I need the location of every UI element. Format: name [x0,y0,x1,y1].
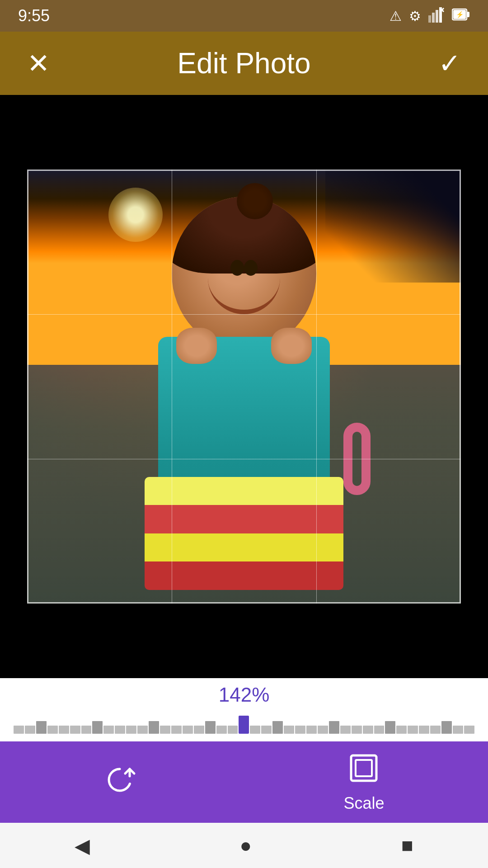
tick [81,726,92,734]
bag-handle [343,423,371,495]
confirm-button[interactable]: ✓ [434,43,465,84]
image-area [0,95,488,678]
tick-ruler[interactable] [0,713,488,736]
right-hand [271,328,312,364]
close-button[interactable]: ✕ [23,43,54,84]
bag [145,477,343,590]
tick [352,726,362,734]
tick [306,726,317,734]
top-bar: ✕ Edit Photo ✓ [0,32,488,95]
scale-percentage: 142% [219,684,270,706]
reset-button[interactable] [85,756,154,808]
tick [453,726,463,734]
tick [92,721,103,734]
svg-rect-0 [428,15,431,23]
tick [340,726,351,734]
tick [149,721,159,734]
battery-icon: ⚡ [452,6,470,26]
tick [126,726,136,734]
sky-dark [325,170,461,283]
tick [137,726,148,734]
scale-bar-area: 142% [0,678,488,741]
tick [205,721,216,734]
scale-label: Scale [343,794,384,813]
back-button[interactable]: ◀ [47,827,117,864]
tick [441,721,452,734]
scale-icon [347,752,380,789]
right-eye [230,260,244,276]
svg-rect-2 [436,10,438,23]
svg-text:⚡: ⚡ [456,11,464,19]
page-title: Edit Photo [177,47,310,80]
svg-rect-11 [356,760,372,776]
tick [363,726,373,734]
tick [194,726,204,734]
left-eye [244,260,258,276]
tick [36,721,47,734]
tick [374,726,385,734]
tick [385,721,395,734]
hands [149,328,339,373]
tick [25,726,35,734]
tick [228,726,238,734]
tick [295,726,305,734]
svg-rect-7 [467,12,469,17]
tick [59,726,69,734]
status-icons: ⚠ ⚙ ⚡ [389,6,470,26]
tick [14,726,24,734]
tick [115,726,125,734]
photo-container[interactable] [27,170,461,604]
tick [318,726,328,734]
left-hand [176,328,217,364]
signal-icon [428,6,445,26]
status-bar: 9:55 ⚠ ⚙ ⚡ [0,0,488,32]
tick [70,726,80,734]
tick [430,726,441,734]
tick [47,726,58,734]
settings-status-icon: ⚙ [409,8,421,24]
tick [272,721,283,734]
recent-button[interactable]: ■ [374,827,441,864]
tick-track [9,716,479,734]
reset-icon [103,764,136,801]
tick [250,726,260,734]
tick [160,726,170,734]
tick [261,726,272,734]
tick [419,726,429,734]
tick [284,726,294,734]
tick [329,721,339,734]
sun-glow [108,188,163,242]
warning-icon: ⚠ [389,8,402,24]
nav-bar: ◀ ● ■ [0,823,488,868]
tick [396,726,407,734]
tick [183,726,193,734]
hair-bun [237,183,273,219]
scale-button[interactable]: Scale [325,745,402,820]
home-button[interactable]: ● [212,827,279,864]
tick [171,726,182,734]
child-head [172,197,316,350]
svg-rect-1 [432,13,435,23]
tick [103,726,114,734]
bottom-toolbar: Scale [0,741,488,823]
tick-indicator [239,716,249,734]
tick [464,726,474,734]
status-time: 9:55 [18,6,50,25]
tick [216,726,227,734]
face-smile [208,278,280,314]
tick [408,726,418,734]
